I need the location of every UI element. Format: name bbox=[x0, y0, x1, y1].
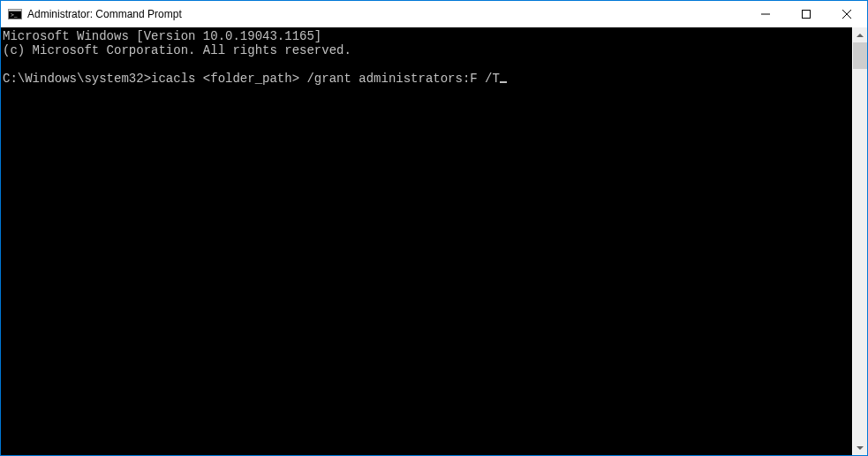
window-controls bbox=[745, 1, 867, 27]
prompt-text: C:\Windows\system32> bbox=[3, 72, 151, 86]
svg-rect-4 bbox=[803, 11, 811, 19]
svg-marker-7 bbox=[857, 34, 864, 37]
titlebar[interactable]: >_ Administrator: Command Prompt bbox=[1, 1, 867, 27]
minimize-button[interactable] bbox=[745, 1, 786, 27]
scroll-thumb[interactable] bbox=[853, 42, 867, 69]
scroll-up-button[interactable] bbox=[853, 27, 867, 42]
scroll-down-button[interactable] bbox=[853, 440, 867, 455]
vertical-scrollbar[interactable] bbox=[852, 27, 867, 455]
text-cursor bbox=[500, 81, 507, 83]
command-text: icacls <folder_path> /grant administrato… bbox=[151, 72, 500, 86]
svg-text:>_: >_ bbox=[11, 11, 18, 19]
command-prompt-window: >_ Administrator: Command Prompt Microso… bbox=[0, 0, 868, 456]
svg-marker-8 bbox=[857, 446, 864, 450]
client-area: Microsoft Windows [Version 10.0.19043.11… bbox=[1, 27, 867, 455]
cmd-icon: >_ bbox=[8, 7, 22, 21]
terminal-output[interactable]: Microsoft Windows [Version 10.0.19043.11… bbox=[1, 27, 852, 455]
version-line: Microsoft Windows [Version 10.0.19043.11… bbox=[3, 29, 321, 43]
close-button[interactable] bbox=[826, 1, 867, 27]
copyright-line: (c) Microsoft Corporation. All rights re… bbox=[3, 43, 351, 57]
window-title: Administrator: Command Prompt bbox=[27, 8, 745, 20]
maximize-button[interactable] bbox=[786, 1, 826, 27]
